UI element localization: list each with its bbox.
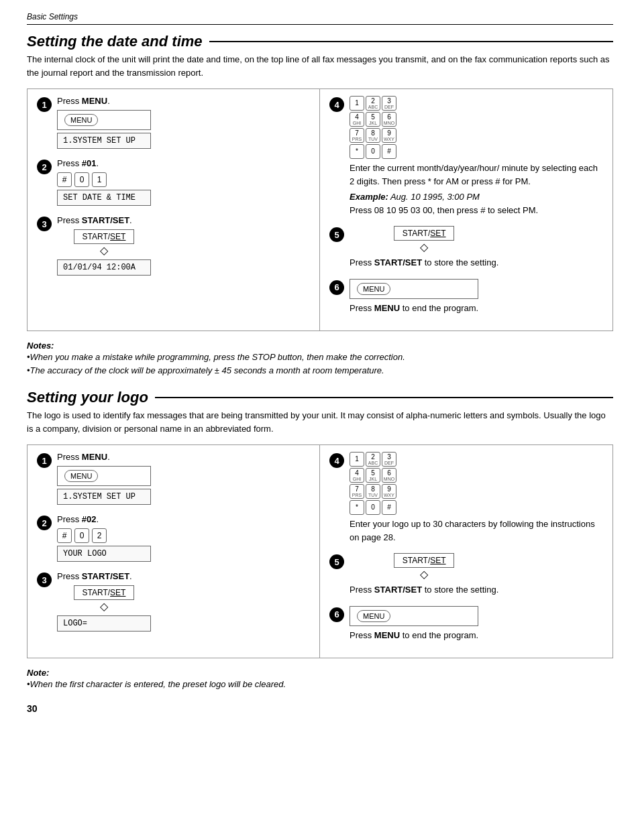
section2-left-steps: 1 Press MENU. MENU 1.SYSTEM SET UP 2 Pre… [28, 445, 320, 658]
section1-right-menu-device: MENU [350, 279, 478, 299]
menu-btn-shape: MENU [64, 114, 98, 126]
section2-startset-btn: START/SET [74, 585, 134, 600]
section1-menu-device: MENU [57, 110, 151, 130]
section1-step1-content: Press MENU. MENU 1.SYSTEM SET UP [57, 96, 151, 149]
section2-title: Setting your logo [27, 389, 613, 406]
section2-step-num-1: 1 [37, 453, 52, 468]
section2-step3-content: Press START/SET. START/SET ◇ LOGO= [57, 571, 151, 632]
section1-step1: 1 Press MENU. MENU 1.SYSTEM SET UP [37, 96, 310, 149]
section1-desc: The internal clock of the unit will prin… [27, 53, 613, 79]
section1-step2-content: Press #01. # 0 1 SET DATE & TIME [57, 158, 151, 206]
diamond-icon-5: ◇ [420, 241, 428, 253]
section2-step1: 1 Press MENU. MENU 1.SYSTEM SET UP [37, 452, 310, 505]
section2-step2: 2 Press #02. # 0 2 YOUR LOGO [37, 514, 310, 562]
section2-right-step5-desc: Press START/SET to store the setting. [350, 583, 498, 597]
section1-right-step5-desc: Press START/SET to store the setting. [350, 256, 498, 269]
notes2: Note: •When the first character is enter… [27, 668, 613, 691]
section1-step1-display: 1.SYSTEM SET UP [57, 133, 151, 149]
notes2-title: Note: [27, 668, 613, 678]
s2-numpad-7: 7PRS [350, 484, 364, 499]
section1-startset-device: START/SET ◇ [57, 229, 151, 257]
section2-step2-display: YOUR LOGO [57, 546, 151, 562]
section2-right-step4: 4 1 2ABC 3DEF 4GHI 5JKL 6MNO 7PRS 8TUV 9… [329, 452, 603, 544]
section1-right-step6-desc: Press MENU to end the program. [350, 302, 478, 315]
startset-btn-5: START/SET [394, 226, 454, 241]
section1-right-step6-content: MENU Press MENU to end the program. [350, 279, 478, 315]
section2-step1-content: Press MENU. MENU 1.SYSTEM SET UP [57, 452, 151, 505]
step2-press-label: Press #01. [57, 158, 151, 168]
step1-press-label: Press MENU. [57, 96, 151, 106]
numpad-6: 6MNO [382, 112, 396, 127]
section1-step3-display: 01/01/94 12:00A [57, 259, 151, 276]
hash-key: # [57, 172, 72, 187]
menu-btn-shape-s2: MENU [64, 470, 98, 482]
s2-numpad-9: 9WXY [382, 484, 396, 499]
section2-right-step6-desc: Press MENU to end the program. [350, 629, 478, 642]
section1-right-step6: 6 MENU Press MENU to end the program. [329, 279, 603, 315]
s2-numpad-4: 4GHI [350, 468, 364, 483]
section1-steps-grid: 1 Press MENU. MENU 1.SYSTEM SET UP 2 Pre… [27, 88, 613, 331]
section2-right-step5-content: START/SET ◇ Press START/SET to store the… [350, 553, 498, 597]
section1-right-startset: START/SET ◇ [350, 226, 498, 253]
menu-btn-shape-s2-6: MENU [357, 610, 390, 622]
section2-diamond-icon: ◇ [100, 600, 108, 613]
notes2-item1: •When the first character is entered, th… [27, 678, 613, 691]
key-1: 1 [92, 172, 107, 187]
right-step-num-5: 5 [329, 227, 344, 242]
section2-step-num-2: 2 [37, 516, 52, 530]
numpad-0: 0 [366, 144, 380, 159]
section2-step3-display: LOGO= [57, 615, 151, 632]
right-step-num-6: 6 [329, 280, 344, 295]
section1-left-steps: 1 Press MENU. MENU 1.SYSTEM SET UP 2 Pre… [28, 89, 320, 331]
section2-diamond-5: ◇ [420, 568, 428, 581]
section2-right-step5: 5 START/SET ◇ Press START/SET to store t… [329, 553, 603, 597]
section2-step2-press-label: Press #02. [57, 514, 151, 524]
section2-startset-device: START/SET ◇ [57, 585, 151, 613]
section2-step3: 3 Press START/SET. START/SET ◇ LOGO= [37, 571, 310, 632]
right-step-num-4: 4 [329, 97, 344, 112]
startset-btn: START/SET [74, 229, 134, 244]
section2-step2-content: Press #02. # 0 2 YOUR LOGO [57, 514, 151, 562]
numpad-8: 8TUV [366, 128, 380, 143]
section1-title: Setting the date and time [27, 33, 613, 50]
section2-right-step-num-4: 4 [329, 453, 344, 468]
section1-step3-content: Press START/SET. START/SET ◇ 01/01/94 12… [57, 215, 151, 276]
section1-step3: 3 Press START/SET. START/SET ◇ 01/01/94 … [37, 215, 310, 276]
step3-press-label: Press START/SET. [57, 215, 151, 225]
section2-step3-press-label: Press START/SET. [57, 571, 151, 581]
section2-menu-device: MENU [57, 466, 151, 486]
numpad-7: 7PRS [350, 128, 364, 143]
section2-right-step6: 6 MENU Press MENU to end the program. [329, 606, 603, 642]
section1-step2-keys: # 0 1 [57, 172, 151, 187]
section2-right-step6-content: MENU Press MENU to end the program. [350, 606, 478, 642]
section1-right-step5: 5 START/SET ◇ Press START/SET to store t… [329, 226, 603, 269]
section1-example: Example: Aug. 10 1995, 3:00 PM Press 08 … [350, 190, 603, 217]
section1-right-step5-content: START/SET ◇ Press START/SET to store the… [350, 226, 498, 269]
s2-numpad-star: * [350, 500, 364, 515]
s2-numpad: 1 2ABC 3DEF 4GHI 5JKL 6MNO 7PRS 8TUV 9WX… [350, 452, 603, 515]
s2-numpad-6: 6MNO [382, 468, 396, 483]
s2-key-2: 2 [92, 528, 107, 543]
notes1-title: Notes: [27, 341, 613, 351]
section2-step-num-3: 3 [37, 573, 52, 587]
breadcrumb: Basic Settings [27, 12, 613, 25]
section1-right-steps: 4 1 2ABC 3DEF 4GHI 5JKL 6MNO 7PRS 8TUV 9… [320, 89, 612, 331]
numpad-9: 9WXY [382, 128, 396, 143]
section1-step2-display: SET DATE & TIME [57, 190, 151, 206]
section2-steps-grid: 1 Press MENU. MENU 1.SYSTEM SET UP 2 Pre… [27, 444, 613, 658]
numpad-2: 2ABC [366, 96, 380, 111]
s2-hash-key: # [57, 528, 72, 543]
menu-btn-shape-6: MENU [357, 283, 390, 295]
section2-right-step-num-6: 6 [329, 607, 344, 622]
section2-right-step4-content: 1 2ABC 3DEF 4GHI 5JKL 6MNO 7PRS 8TUV 9WX… [350, 452, 603, 544]
s2-numpad-hash: # [382, 500, 396, 515]
notes1-item2: •The accuracy of the clock will be appro… [27, 364, 613, 377]
section2-desc: The logo is used to identify fax message… [27, 409, 613, 435]
numpad-4: 4GHI [350, 112, 364, 127]
section2-step2-keys: # 0 2 [57, 528, 151, 543]
section2-startset-btn-5: START/SET [394, 553, 454, 568]
section2-step1-display: 1.SYSTEM SET UP [57, 489, 151, 505]
s2-key-0: 0 [74, 528, 89, 543]
numpad-5: 5JKL [366, 112, 380, 127]
s2-numpad-0: 0 [366, 500, 380, 515]
